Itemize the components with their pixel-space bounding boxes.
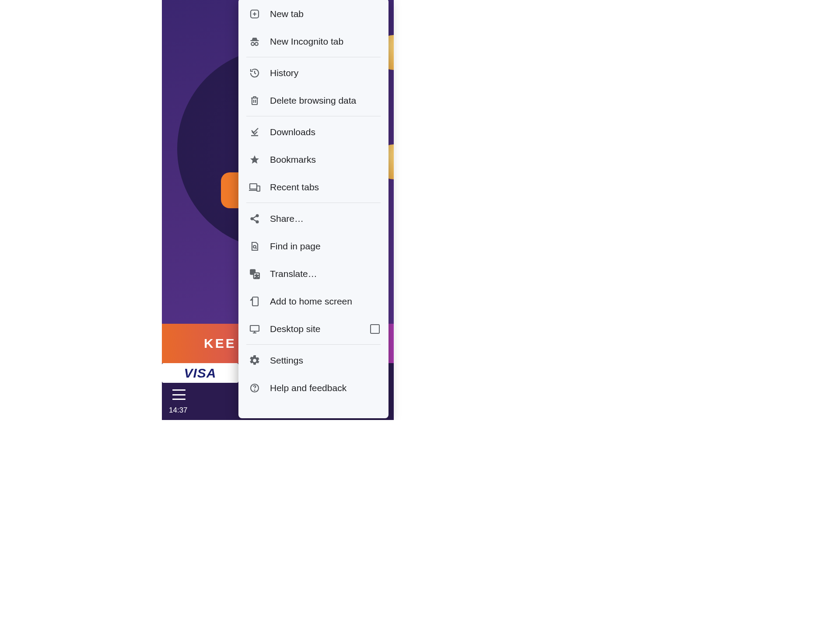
menu-item-history[interactable]: History — [238, 59, 388, 87]
menu-item-desktop-site[interactable]: Desktop site — [238, 315, 388, 343]
menu-item-bookmarks[interactable]: Bookmarks — [238, 146, 388, 173]
star-icon — [249, 154, 260, 165]
menu-label: Bookmarks — [270, 154, 316, 165]
svg-point-4 — [251, 42, 254, 45]
menu-label: Find in page — [270, 241, 321, 252]
menu-divider — [246, 203, 381, 203]
menu-item-share[interactable]: Share… — [238, 205, 388, 232]
visa-card-logo: VISA — [162, 363, 238, 383]
plus-square-icon — [249, 8, 260, 20]
menu-divider — [246, 57, 381, 57]
menu-label: New Incognito tab — [270, 36, 343, 47]
svg-point-5 — [255, 42, 258, 45]
menu-item-downloads[interactable]: Downloads — [238, 118, 388, 146]
menu-label: New tab — [270, 9, 304, 19]
help-icon — [249, 382, 260, 394]
svg-rect-28 — [250, 326, 259, 331]
menu-item-help[interactable]: Help and feedback — [238, 374, 388, 402]
chrome-overflow-menu: New tab New Incognito tab History Delete… — [238, 0, 388, 418]
menu-label: Recent tabs — [270, 182, 319, 192]
menu-label: Settings — [270, 355, 303, 366]
menu-item-settings[interactable]: Settings — [238, 346, 388, 374]
menu-label: Help and feedback — [270, 383, 346, 393]
menu-divider — [246, 116, 381, 116]
hamburger-menu-button[interactable] — [172, 389, 186, 400]
svg-rect-26 — [252, 297, 258, 306]
svg-text:G: G — [251, 270, 254, 274]
svg-line-17 — [253, 216, 256, 218]
svg-line-18 — [253, 219, 256, 221]
svg-line-20 — [256, 248, 257, 249]
menu-item-recent-tabs[interactable]: Recent tabs — [238, 173, 388, 201]
gear-icon — [249, 355, 260, 366]
desktop-site-checkbox[interactable] — [370, 324, 380, 334]
menu-label: Downloads — [270, 127, 315, 137]
translate-icon: G文 — [249, 268, 260, 280]
svg-rect-3 — [250, 40, 259, 41]
menu-label: Translate… — [270, 269, 317, 279]
menu-item-delete-data[interactable]: Delete browsing data — [238, 87, 388, 114]
svg-point-32 — [254, 390, 255, 390]
history-icon — [249, 67, 260, 79]
menu-label: Delete browsing data — [270, 95, 356, 106]
status-bar-clock: 14:37 — [169, 406, 188, 415]
menu-label: Add to home screen — [270, 296, 352, 307]
menu-item-incognito[interactable]: New Incognito tab — [238, 28, 388, 55]
menu-divider — [246, 344, 381, 345]
devices-icon — [249, 182, 260, 193]
visa-text: VISA — [184, 366, 216, 381]
trash-icon — [249, 95, 260, 106]
add-home-icon — [249, 296, 260, 307]
find-page-icon — [249, 241, 260, 252]
svg-rect-11 — [250, 184, 257, 189]
menu-label: Share… — [270, 214, 304, 224]
menu-item-add-home[interactable]: Add to home screen — [238, 287, 388, 315]
menu-item-translate[interactable]: G文 Translate… — [238, 260, 388, 287]
svg-text:文: 文 — [255, 274, 259, 278]
download-icon — [249, 126, 260, 138]
menu-label: History — [270, 68, 298, 78]
menu-label: Desktop site — [270, 324, 321, 334]
incognito-icon — [249, 36, 260, 47]
menu-item-find[interactable]: Find in page — [238, 232, 388, 260]
keep-banner-text: KEE — [204, 336, 236, 351]
share-icon — [249, 213, 260, 224]
svg-rect-13 — [257, 186, 260, 191]
menu-item-new-tab[interactable]: New tab — [238, 0, 388, 28]
desktop-icon — [249, 323, 260, 335]
